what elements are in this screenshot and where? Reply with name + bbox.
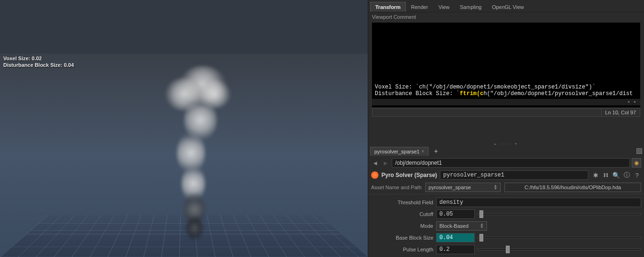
- node-name-input[interactable]: [440, 170, 588, 180]
- panel-splitter[interactable]: ▴ ::::::: ▾: [368, 141, 644, 146]
- node-tab-pyrosolver[interactable]: pyrosolver_sparse1 ×: [370, 147, 429, 156]
- right-panel: Transform Render View Sampling OpenGL Vi…: [368, 0, 644, 257]
- asset-path-field[interactable]: C:/hfs/18.5.596/houdini/otls/OPlibDop.hd…: [504, 183, 641, 192]
- pulse-length-input[interactable]: [436, 245, 475, 254]
- smoke-plume: [160, 66, 240, 240]
- scroll-right-icon[interactable]: ▸: [634, 99, 636, 104]
- base-block-size-slider[interactable]: [478, 233, 641, 242]
- node-path-input[interactable]: [392, 158, 630, 168]
- node-tab-strip: pyrosolver_sparse1 × +: [368, 146, 644, 156]
- help-icon[interactable]: ?: [633, 171, 641, 179]
- cursor-position: Ln 10, Col 97: [601, 109, 640, 116]
- asset-label: Asset Name and Path: [371, 185, 421, 190]
- viewport-3d[interactable]: Voxel Size: 0.02 Disturbance Block Size:…: [0, 0, 368, 257]
- tab-sampling[interactable]: Sampling: [455, 2, 487, 12]
- cutoff-slider[interactable]: [478, 209, 641, 219]
- cutoff-label: Cutoff: [371, 211, 433, 217]
- code-scrollbar[interactable]: ◂ ▸: [372, 99, 640, 105]
- threshold-field-input[interactable]: [436, 198, 641, 207]
- dropdown-arrows-icon: ▲▼: [490, 185, 497, 190]
- parameter-list: Threshold Field Cutoff Mode Block-Based …: [368, 194, 644, 257]
- tab-opengl-view[interactable]: OpenGL View: [487, 2, 529, 12]
- tab-render[interactable]: Render: [406, 2, 433, 12]
- pin-icon[interactable]: [636, 148, 642, 154]
- viewport-grid: [0, 215, 368, 257]
- pulse-length-label: Pulse Length: [371, 247, 433, 252]
- pulse-length-slider[interactable]: [478, 245, 641, 254]
- nav-row: ◄ ► ◉: [368, 156, 644, 169]
- viewport-comment-label: Viewport Comment: [368, 12, 644, 22]
- threshold-field-label: Threshold Field: [371, 200, 433, 205]
- h-icon[interactable]: H: [602, 171, 610, 179]
- close-tab-icon[interactable]: ×: [421, 149, 424, 154]
- nav-forward-button[interactable]: ►: [381, 159, 390, 167]
- base-block-size-input[interactable]: [436, 233, 475, 242]
- overlay-voxel-size: Voxel Size: 0.02: [3, 56, 42, 61]
- mode-dropdown[interactable]: Block-Based ▲▼: [436, 221, 487, 231]
- asset-name-dropdown[interactable]: pyrosolver_sparse ▲▼: [425, 183, 501, 192]
- editor-statusbar: Ln 10, Col 97: [372, 108, 640, 117]
- tab-view[interactable]: View: [433, 2, 455, 12]
- scroll-left-icon[interactable]: ◂: [627, 99, 630, 104]
- dropdown-arrows-icon: ▲▼: [476, 223, 484, 229]
- add-tab-button[interactable]: +: [431, 147, 441, 155]
- node-header: Pyro Solver (Sparse) ✱ H 🔍 ⓘ ?: [368, 169, 644, 181]
- node-type-label: Pyro Solver (Sparse): [381, 172, 437, 178]
- gear-icon[interactable]: ✱: [591, 171, 600, 179]
- nav-back-button[interactable]: ◄: [371, 159, 380, 167]
- tab-transform[interactable]: Transform: [370, 2, 406, 12]
- cutoff-input[interactable]: [436, 209, 475, 219]
- pyro-node-icon: [371, 171, 379, 179]
- info-icon[interactable]: ⓘ: [622, 171, 631, 179]
- search-icon[interactable]: 🔍: [612, 171, 620, 179]
- camera-tab-strip: Transform Render View Sampling OpenGL Vi…: [368, 0, 644, 12]
- mode-label: Mode: [371, 223, 433, 229]
- asset-row: Asset Name and Path pyrosolver_sparse ▲▼…: [368, 181, 644, 194]
- viewport-sky: [0, 0, 368, 54]
- viewport-comment-editor[interactable]: Voxel Size: `ch("/obj/demo/dopnet1/smoke…: [372, 23, 640, 107]
- overlay-disturbance-size: Disturbance Block Size: 0.04: [3, 62, 74, 68]
- code-content: Voxel Size: `ch("/obj/demo/dopnet1/smoke…: [375, 84, 637, 97]
- base-block-size-label: Base Block Size: [371, 235, 433, 241]
- nav-jump-icon[interactable]: ◉: [632, 158, 641, 168]
